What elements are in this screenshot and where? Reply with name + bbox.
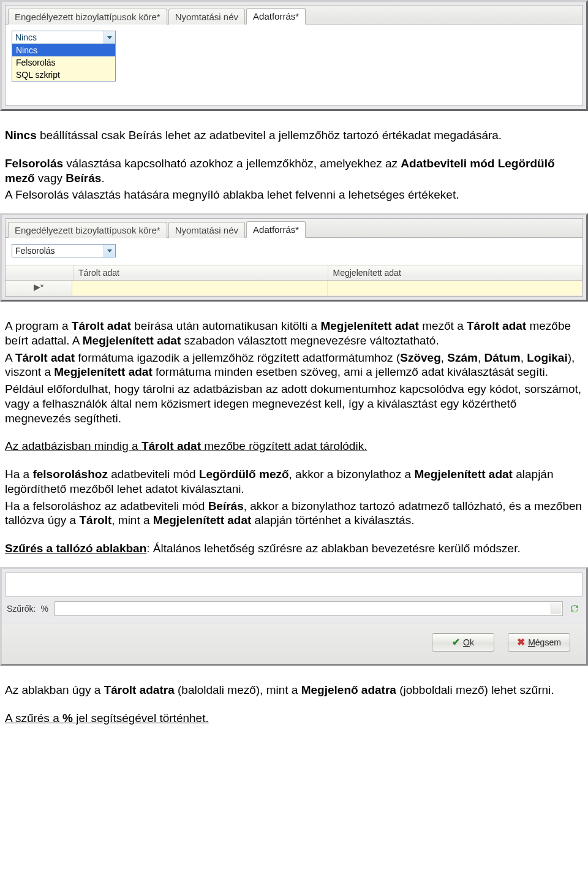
- paragraph-felsorolas: Felsorolás választása kapcsolható azokho…: [0, 154, 588, 207]
- dropdown-option-sql-szkript[interactable]: SQL szkript: [12, 69, 115, 81]
- grid-header-tarolt-adat[interactable]: Tárolt adat: [74, 265, 328, 280]
- tab-adatforras[interactable]: Adatforrás*: [246, 8, 306, 25]
- paragraph-adatbazis-tarolt-adat: Az adatbázisban mindig a Tárolt adat mez…: [0, 436, 588, 458]
- tab-nyomtatasi-nev[interactable]: Nyomtatási név: [168, 9, 245, 25]
- chevron-down-icon[interactable]: [104, 31, 115, 44]
- tab-nyomtatasi-nev-2[interactable]: Nyomtatási név: [168, 222, 245, 238]
- datasource-combobox-2-value: Felsorolás: [12, 245, 104, 257]
- tab-panel: Engedélyezett bizoylattípusok köre* Nyom…: [5, 5, 583, 106]
- tab-panel-2: Engedélyezett bizoylattípusok köre* Nyom…: [5, 218, 583, 297]
- filter-row: Szűrők: %: [7, 601, 581, 617]
- filter-value: %: [40, 604, 54, 614]
- filter-label: Szűrők:: [7, 604, 40, 614]
- dropdown-option-felsorolas[interactable]: Felsorolás: [12, 56, 115, 69]
- check-icon: ✔: [452, 636, 460, 648]
- grid-header-handle: [6, 265, 74, 280]
- tab-body: Nincs Nincs Felsorolás SQL szkript: [6, 25, 582, 105]
- grid-new-row[interactable]: ▶*: [6, 281, 582, 296]
- refresh-icon[interactable]: [568, 602, 581, 615]
- chevron-down-icon[interactable]: [104, 245, 115, 257]
- tab-adatforras-2[interactable]: Adatforrás*: [246, 221, 306, 238]
- grid-cell-tarolt[interactable]: [72, 281, 328, 295]
- ok-button[interactable]: ✔ Ok: [432, 633, 494, 652]
- dialog-button-row: ✔ Ok ✖ Mégsem: [2, 623, 586, 664]
- filter-input[interactable]: [55, 601, 563, 616]
- datasource-combobox-2[interactable]: Felsorolás: [12, 244, 116, 257]
- paragraph-ablak-szures: Az ablakban úgy a Tárolt adatra (balolda…: [0, 680, 588, 702]
- paragraph-szures-percent: A szűrés a % jel segítségével történhet.: [0, 709, 588, 731]
- tab-bizonylat[interactable]: Engedélyezett bizoylattípusok köre*: [8, 9, 167, 25]
- datasource-combobox[interactable]: Nincs: [12, 31, 116, 44]
- screenshot-felsorolas-grid: Engedélyezett bizoylattípusok köre* Nyom…: [0, 213, 588, 302]
- grid-header-megjelenitett-adat[interactable]: Megjelenített adat: [328, 265, 583, 280]
- tab-strip: Engedélyezett bizoylattípusok köre* Nyom…: [6, 6, 582, 25]
- screenshot-filter-dialog: Szűrők: % ✔ Ok ✖ Mégsem: [0, 567, 588, 666]
- grid-row-handle-new: ▶*: [6, 281, 72, 295]
- datasource-combobox-value: Nincs: [12, 31, 104, 44]
- datasource-dropdown-list: Nincs Felsorolás SQL szkript: [12, 44, 116, 82]
- close-icon: ✖: [517, 636, 525, 648]
- grid-header: Tárolt adat Megjelenített adat: [6, 265, 582, 281]
- grid-cell-megjelenitett[interactable]: [328, 281, 583, 295]
- paragraph-legordulo-beiras: Ha a felsoroláshoz adatbeviteli mód Legö…: [0, 465, 588, 533]
- dialog-top-area: [6, 572, 582, 597]
- tab-body-2: Felsorolás Tárolt adat Megjelenített ada…: [6, 238, 582, 296]
- tab-bizonylat-2[interactable]: Engedélyezett bizoylattípusok köre*: [8, 222, 167, 238]
- paragraph-nincs: Nincs beállítással csak Beírás lehet az …: [0, 126, 588, 148]
- cancel-button[interactable]: ✖ Mégsem: [508, 633, 570, 652]
- dropdown-option-nincs[interactable]: Nincs: [12, 44, 115, 56]
- paragraph-szures-ablak: Szűrés a tallózó ablakban: Általános leh…: [0, 539, 588, 561]
- screenshot-datasource-dropdown: Engedélyezett bizoylattípusok köre* Nyom…: [0, 0, 588, 111]
- tab-strip-2: Engedélyezett bizoylattípusok köre* Nyom…: [6, 219, 582, 238]
- paragraph-tarolt-adat-autofill: A program a Tárolt adat beírása után aut…: [0, 316, 588, 430]
